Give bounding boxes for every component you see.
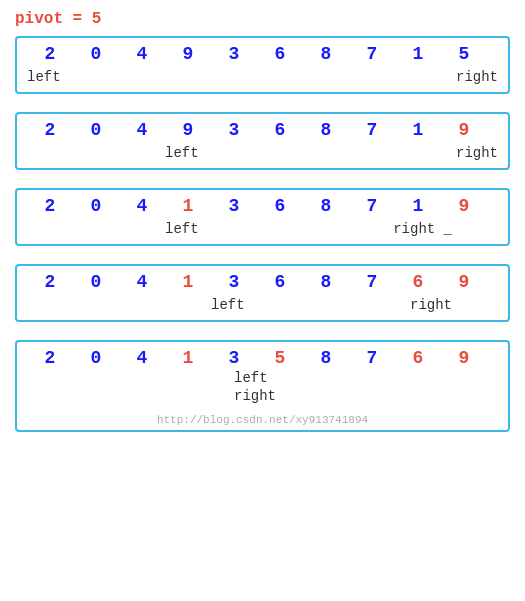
cell-1-8: 1 (395, 44, 441, 64)
cell-5-7: 7 (349, 348, 395, 368)
cell-3-6: 8 (303, 196, 349, 216)
cell-2-7: 7 (349, 120, 395, 140)
label-left-3: left (165, 221, 199, 237)
cell-3-5: 6 (257, 196, 303, 216)
label-row-5: left right (27, 370, 498, 410)
cell-5-3: 1 (165, 348, 211, 368)
label-left-5: left (234, 370, 268, 386)
cell-5-8: 6 (395, 348, 441, 368)
cell-5-1: 0 (73, 348, 119, 368)
cell-5-5: 5 (257, 348, 303, 368)
cell-5-0: 2 (27, 348, 73, 368)
label-right-2: right (456, 145, 498, 161)
cell-3-4: 3 (211, 196, 257, 216)
cell-3-9: 9 (441, 196, 487, 216)
array-box-4: 2 0 4 1 3 6 8 7 6 9 left right (15, 264, 510, 322)
label-right-4: right (410, 297, 452, 313)
array-row-5: 2 0 4 1 3 5 8 7 6 9 (27, 348, 498, 368)
label-row-2: left right (27, 142, 498, 164)
cell-1-4: 3 (211, 44, 257, 64)
array-box-1: 2 0 4 9 3 6 8 7 1 5 left right (15, 36, 510, 94)
cell-2-9: 9 (441, 120, 487, 140)
cell-1-3: 9 (165, 44, 211, 64)
cell-5-4: 3 (211, 348, 257, 368)
pivot-label: pivot = 5 (15, 10, 510, 28)
cell-5-9: 9 (441, 348, 487, 368)
label-right-1: right (456, 69, 498, 85)
cell-2-5: 6 (257, 120, 303, 140)
cell-3-0: 2 (27, 196, 73, 216)
label-left-4: left (211, 297, 245, 313)
cell-3-1: 0 (73, 196, 119, 216)
label-row-3: left right _ (27, 218, 498, 240)
cell-1-7: 7 (349, 44, 395, 64)
cell-1-5: 6 (257, 44, 303, 64)
cell-2-0: 2 (27, 120, 73, 140)
label-row-1: left right (27, 66, 498, 88)
cell-1-0: 2 (27, 44, 73, 64)
label-row-4: left right (27, 294, 498, 316)
cell-4-2: 4 (119, 272, 165, 292)
cell-2-4: 3 (211, 120, 257, 140)
array-row-1: 2 0 4 9 3 6 8 7 1 5 (27, 44, 498, 64)
array-row-4: 2 0 4 1 3 6 8 7 6 9 (27, 272, 498, 292)
cell-1-2: 4 (119, 44, 165, 64)
array-box-3: 2 0 4 1 3 6 8 7 1 9 left right _ (15, 188, 510, 246)
cell-3-8: 1 (395, 196, 441, 216)
label-left-2: left (165, 145, 199, 161)
cell-2-2: 4 (119, 120, 165, 140)
cell-4-8: 6 (395, 272, 441, 292)
cell-2-6: 8 (303, 120, 349, 140)
cell-2-3: 9 (165, 120, 211, 140)
label-right-3: right _ (393, 221, 452, 237)
cell-3-2: 4 (119, 196, 165, 216)
cell-4-1: 0 (73, 272, 119, 292)
cell-3-3: 1 (165, 196, 211, 216)
cell-4-7: 7 (349, 272, 395, 292)
cell-4-3: 1 (165, 272, 211, 292)
cell-1-6: 8 (303, 44, 349, 64)
cell-4-5: 6 (257, 272, 303, 292)
cell-4-6: 8 (303, 272, 349, 292)
label-right-5: right (234, 388, 276, 404)
cell-4-9: 9 (441, 272, 487, 292)
array-box-2: 2 0 4 9 3 6 8 7 1 9 left right (15, 112, 510, 170)
cell-4-0: 2 (27, 272, 73, 292)
watermark: http://blog.csdn.net/xy913741894 (27, 414, 498, 426)
cell-1-1: 0 (73, 44, 119, 64)
cell-5-6: 8 (303, 348, 349, 368)
cell-5-2: 4 (119, 348, 165, 368)
label-left-1: left (27, 69, 61, 85)
array-box-5: 2 0 4 1 3 5 8 7 6 9 left right http://bl… (15, 340, 510, 432)
cell-3-7: 7 (349, 196, 395, 216)
cell-4-4: 3 (211, 272, 257, 292)
cell-2-8: 1 (395, 120, 441, 140)
cell-1-9: 5 (441, 44, 487, 64)
array-row-3: 2 0 4 1 3 6 8 7 1 9 (27, 196, 498, 216)
cell-2-1: 0 (73, 120, 119, 140)
array-row-2: 2 0 4 9 3 6 8 7 1 9 (27, 120, 498, 140)
